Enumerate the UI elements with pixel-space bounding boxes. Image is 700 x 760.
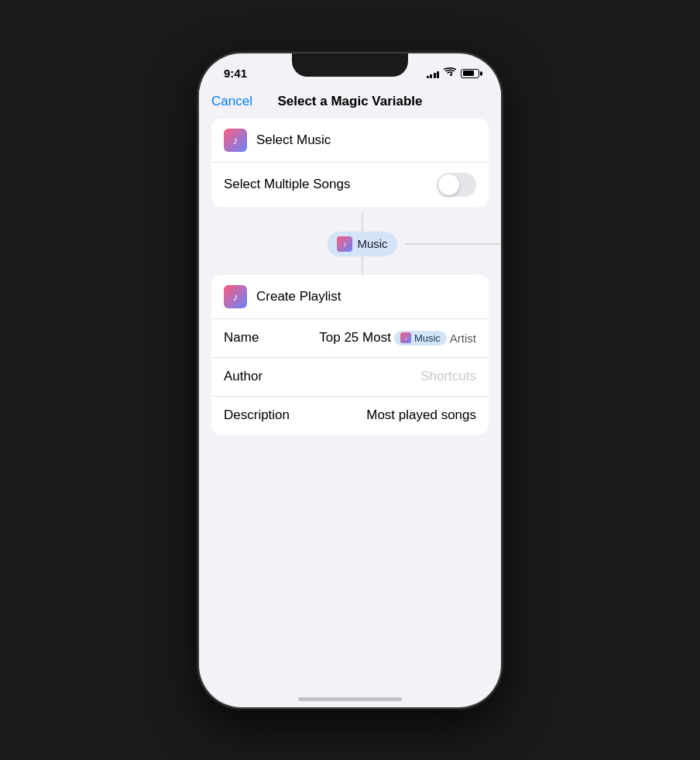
author-row[interactable]: Author Shortcuts: [211, 357, 489, 396]
music-tag-label: Music: [414, 332, 441, 344]
status-icons: [427, 67, 480, 79]
select-music-label: Select Music: [256, 132, 476, 148]
bubble-label: Music: [357, 237, 387, 250]
description-label: Description: [224, 408, 366, 423]
author-placeholder: Shortcuts: [420, 369, 476, 384]
nav-bar: Cancel Select a Magic Variable: [199, 88, 501, 119]
notch: [292, 53, 408, 77]
name-row[interactable]: Name Top 25 Most ♪ Music Artist: [211, 318, 489, 357]
content-area: ♪ Select Music Select Multiple Songs: [199, 119, 501, 707]
signal-bars-icon: [427, 69, 440, 78]
create-playlist-music-note-icon: ♪: [233, 291, 238, 303]
phone-frame: 9:41: [199, 53, 501, 707]
select-multiple-songs-row[interactable]: Select Multiple Songs: [211, 162, 489, 207]
select-music-row[interactable]: ♪ Select Music: [211, 119, 489, 162]
author-label: Author: [224, 369, 420, 384]
select-music-card: ♪ Select Music Select Multiple Songs: [211, 119, 489, 207]
magic-variable-connector: ♪ Music: [211, 213, 501, 275]
name-value-container: Top 25 Most ♪ Music Artist: [319, 330, 476, 346]
home-indicator: [298, 697, 402, 701]
name-prefix: Top 25 Most: [319, 330, 391, 346]
create-playlist-icon: ♪: [224, 285, 247, 308]
select-music-icon: ♪: [224, 129, 247, 152]
page-title: Select a Magic Variable: [258, 94, 442, 109]
create-playlist-card: ♪ Create Playlist Name Top 25 Most ♪ Mus…: [211, 275, 489, 435]
toggle-knob: [438, 174, 459, 195]
artist-tag: Artist: [450, 332, 476, 345]
cancel-button[interactable]: Cancel: [211, 94, 258, 109]
select-multiple-songs-toggle[interactable]: [437, 173, 476, 197]
status-time: 9:41: [224, 67, 247, 80]
music-note-icon: ♪: [233, 134, 238, 146]
bubble-music-icon: ♪: [337, 236, 352, 252]
description-value: Most played songs: [366, 408, 476, 423]
name-label: Name: [224, 330, 319, 346]
battery-icon: [461, 69, 479, 78]
music-tag: ♪ Music: [394, 331, 447, 346]
description-row[interactable]: Description Most played songs: [211, 396, 489, 435]
magic-variable-bubble[interactable]: ♪ Music: [328, 232, 396, 256]
create-playlist-label: Create Playlist: [256, 289, 476, 304]
music-tag-icon: ♪: [400, 332, 411, 343]
create-playlist-header-row: ♪ Create Playlist: [211, 275, 489, 318]
wifi-icon: [444, 67, 456, 79]
select-multiple-songs-label: Select Multiple Songs: [224, 177, 437, 192]
connector-line-right: [405, 243, 501, 244]
